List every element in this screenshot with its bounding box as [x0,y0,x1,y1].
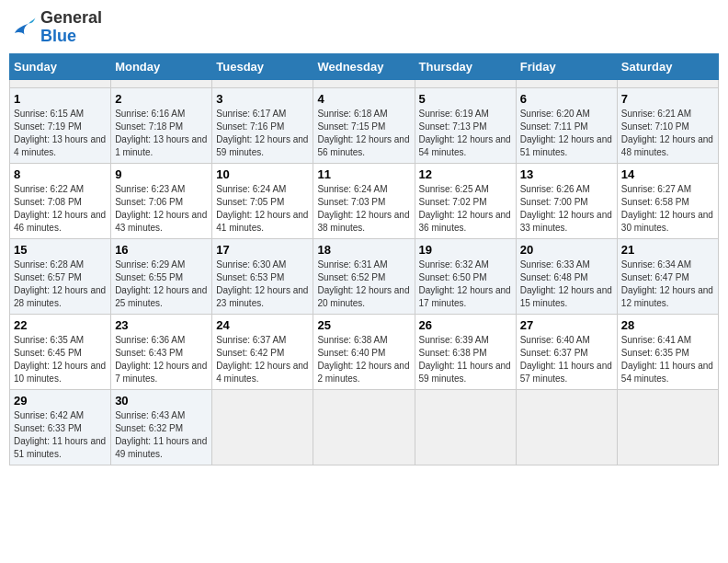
calendar-cell: 7 Sunrise: 6:21 AM Sunset: 7:10 PM Dayli… [617,87,718,163]
calendar-cell [313,79,415,87]
day-number: 1 [14,92,107,106]
day-number: 2 [115,92,208,106]
day-info: Sunrise: 6:41 AM Sunset: 6:35 PM Dayligh… [621,334,714,385]
day-number: 9 [115,167,208,181]
calendar-cell: 25 Sunrise: 6:38 AM Sunset: 6:40 PM Dayl… [313,314,415,389]
day-number: 4 [317,92,410,106]
col-header-sunday: Sunday [10,53,111,79]
day-number: 18 [317,243,410,257]
calendar-cell: 4 Sunrise: 6:18 AM Sunset: 7:15 PM Dayli… [313,87,415,163]
day-info: Sunrise: 6:29 AM Sunset: 6:55 PM Dayligh… [115,259,208,310]
calendar-cell: 3 Sunrise: 6:17 AM Sunset: 7:16 PM Dayli… [212,87,313,163]
calendar-table: SundayMondayTuesdayWednesdayThursdayFrid… [9,53,719,465]
day-number: 26 [419,318,512,332]
day-number: 24 [216,318,309,332]
calendar-cell: 10 Sunrise: 6:24 AM Sunset: 7:05 PM Dayl… [212,163,313,238]
week-row-6: 29 Sunrise: 6:42 AM Sunset: 6:33 PM Dayl… [10,389,719,465]
day-info: Sunrise: 6:40 AM Sunset: 6:37 PM Dayligh… [520,334,613,385]
day-number: 7 [621,92,714,106]
week-row-4: 15 Sunrise: 6:28 AM Sunset: 6:57 PM Dayl… [10,238,719,314]
calendar-cell: 17 Sunrise: 6:30 AM Sunset: 6:53 PM Dayl… [212,238,313,314]
day-number: 15 [14,243,107,257]
day-number: 17 [216,243,309,257]
day-number: 16 [115,243,208,257]
logo: General Blue [9,9,102,46]
day-info: Sunrise: 6:37 AM Sunset: 6:42 PM Dayligh… [216,334,309,385]
day-number: 8 [14,167,107,181]
week-row-2: 1 Sunrise: 6:15 AM Sunset: 7:19 PM Dayli… [10,87,719,163]
calendar-cell: 14 Sunrise: 6:27 AM Sunset: 6:58 PM Dayl… [617,163,718,238]
day-info: Sunrise: 6:17 AM Sunset: 7:16 PM Dayligh… [216,108,309,159]
day-info: Sunrise: 6:33 AM Sunset: 6:48 PM Dayligh… [520,259,613,310]
calendar-cell [617,389,718,465]
day-info: Sunrise: 6:24 AM Sunset: 7:03 PM Dayligh… [317,183,410,235]
day-number: 19 [419,243,512,257]
day-number: 30 [115,394,208,408]
week-row-3: 8 Sunrise: 6:22 AM Sunset: 7:08 PM Dayli… [10,163,719,238]
calendar-cell: 29 Sunrise: 6:42 AM Sunset: 6:33 PM Dayl… [10,389,111,465]
day-number: 28 [621,318,714,332]
day-number: 23 [115,318,208,332]
calendar-cell: 12 Sunrise: 6:25 AM Sunset: 7:02 PM Dayl… [415,163,516,238]
day-number: 6 [520,92,613,106]
logo-blue: Blue [40,27,76,45]
day-number: 27 [520,318,613,332]
col-header-wednesday: Wednesday [313,53,415,79]
calendar-cell: 13 Sunrise: 6:26 AM Sunset: 7:00 PM Dayl… [516,163,617,238]
col-header-monday: Monday [111,53,212,79]
day-number: 20 [520,243,613,257]
col-header-saturday: Saturday [617,53,718,79]
col-header-tuesday: Tuesday [212,53,313,79]
day-info: Sunrise: 6:42 AM Sunset: 6:33 PM Dayligh… [14,409,107,461]
col-header-friday: Friday [516,53,617,79]
day-number: 3 [216,92,309,106]
calendar-cell: 6 Sunrise: 6:20 AM Sunset: 7:11 PM Dayli… [516,87,617,163]
calendar-cell: 28 Sunrise: 6:41 AM Sunset: 6:35 PM Dayl… [617,314,718,389]
calendar-cell: 27 Sunrise: 6:40 AM Sunset: 6:37 PM Dayl… [516,314,617,389]
day-info: Sunrise: 6:23 AM Sunset: 7:06 PM Dayligh… [115,183,208,235]
day-info: Sunrise: 6:25 AM Sunset: 7:02 PM Dayligh… [419,183,512,235]
day-info: Sunrise: 6:34 AM Sunset: 6:47 PM Dayligh… [621,259,714,310]
calendar-cell: 2 Sunrise: 6:16 AM Sunset: 7:18 PM Dayli… [111,87,212,163]
calendar-cell: 18 Sunrise: 6:31 AM Sunset: 6:52 PM Dayl… [313,238,415,314]
col-header-thursday: Thursday [415,53,516,79]
logo-text: General Blue [40,9,102,46]
calendar-cell: 11 Sunrise: 6:24 AM Sunset: 7:03 PM Dayl… [313,163,415,238]
calendar-cell: 20 Sunrise: 6:33 AM Sunset: 6:48 PM Dayl… [516,238,617,314]
day-info: Sunrise: 6:39 AM Sunset: 6:38 PM Dayligh… [419,334,512,385]
calendar-cell: 5 Sunrise: 6:19 AM Sunset: 7:13 PM Dayli… [415,87,516,163]
calendar-cell [617,79,718,87]
day-number: 12 [419,167,512,181]
calendar-cell: 30 Sunrise: 6:43 AM Sunset: 6:32 PM Dayl… [111,389,212,465]
day-info: Sunrise: 6:38 AM Sunset: 6:40 PM Dayligh… [317,334,410,385]
calendar-cell [212,79,313,87]
day-number: 29 [14,394,107,408]
day-info: Sunrise: 6:20 AM Sunset: 7:11 PM Dayligh… [520,108,613,159]
day-info: Sunrise: 6:22 AM Sunset: 7:08 PM Dayligh… [14,183,107,235]
day-info: Sunrise: 6:30 AM Sunset: 6:53 PM Dayligh… [216,259,309,310]
day-info: Sunrise: 6:36 AM Sunset: 6:43 PM Dayligh… [115,334,208,385]
calendar-cell [516,389,617,465]
calendar-cell [111,79,212,87]
day-info: Sunrise: 6:18 AM Sunset: 7:15 PM Dayligh… [317,108,410,159]
calendar-cell: 19 Sunrise: 6:32 AM Sunset: 6:50 PM Dayl… [415,238,516,314]
logo-bird-icon [9,14,37,41]
day-number: 21 [621,243,714,257]
calendar-cell: 24 Sunrise: 6:37 AM Sunset: 6:42 PM Dayl… [212,314,313,389]
day-info: Sunrise: 6:35 AM Sunset: 6:45 PM Dayligh… [14,334,107,385]
logo-general: General [40,8,102,27]
day-number: 11 [317,167,410,181]
week-row-1 [10,79,719,87]
calendar-cell: 16 Sunrise: 6:29 AM Sunset: 6:55 PM Dayl… [111,238,212,314]
day-number: 5 [419,92,512,106]
day-info: Sunrise: 6:21 AM Sunset: 7:10 PM Dayligh… [621,108,714,159]
day-number: 22 [14,318,107,332]
day-info: Sunrise: 6:32 AM Sunset: 6:50 PM Dayligh… [419,259,512,310]
calendar-cell: 8 Sunrise: 6:22 AM Sunset: 7:08 PM Dayli… [10,163,111,238]
week-row-5: 22 Sunrise: 6:35 AM Sunset: 6:45 PM Dayl… [10,314,719,389]
calendar-cell [415,389,516,465]
page-header: General Blue [9,9,719,46]
calendar-cell: 9 Sunrise: 6:23 AM Sunset: 7:06 PM Dayli… [111,163,212,238]
calendar-cell [313,389,415,465]
day-info: Sunrise: 6:19 AM Sunset: 7:13 PM Dayligh… [419,108,512,159]
